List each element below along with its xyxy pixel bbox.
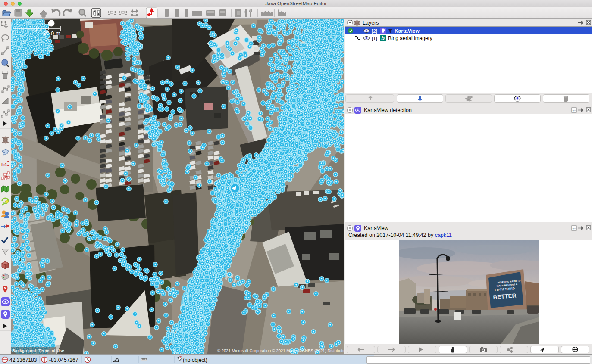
svg-text:© 2021 Microsoft Corporation ©: © 2021 Microsoft Corporation © 2021 Maxa… xyxy=(217,348,344,353)
svg-text:KartaView detection: KartaView detection xyxy=(364,107,412,113)
svg-text:Layers: Layers xyxy=(363,20,379,26)
svg-text:-83.0457267: -83.0457267 xyxy=(49,357,78,363)
svg-text:KartaView: KartaView xyxy=(395,28,420,34)
svg-text:b: b xyxy=(381,35,385,41)
svg-text:Background: Terms of Use: Background: Terms of Use xyxy=(12,348,64,353)
svg-text:42.3367183: 42.3367183 xyxy=(9,357,37,363)
svg-text:v≡: v≡ xyxy=(573,227,576,230)
svg-text:30.0 m: 30.0 m xyxy=(43,30,60,37)
svg-text:[1]: [1] xyxy=(372,36,377,41)
svg-text:(no object): (no object) xyxy=(183,357,207,363)
svg-text:0: 0 xyxy=(12,30,14,35)
svg-text:[2]: [2] xyxy=(372,28,377,34)
svg-text:Bing aerial imagery: Bing aerial imagery xyxy=(388,35,432,41)
svg-text:v≡: v≡ xyxy=(573,109,576,112)
svg-text:KartaView: KartaView xyxy=(364,225,389,231)
svg-text:I:4: I:4 xyxy=(1,162,7,167)
